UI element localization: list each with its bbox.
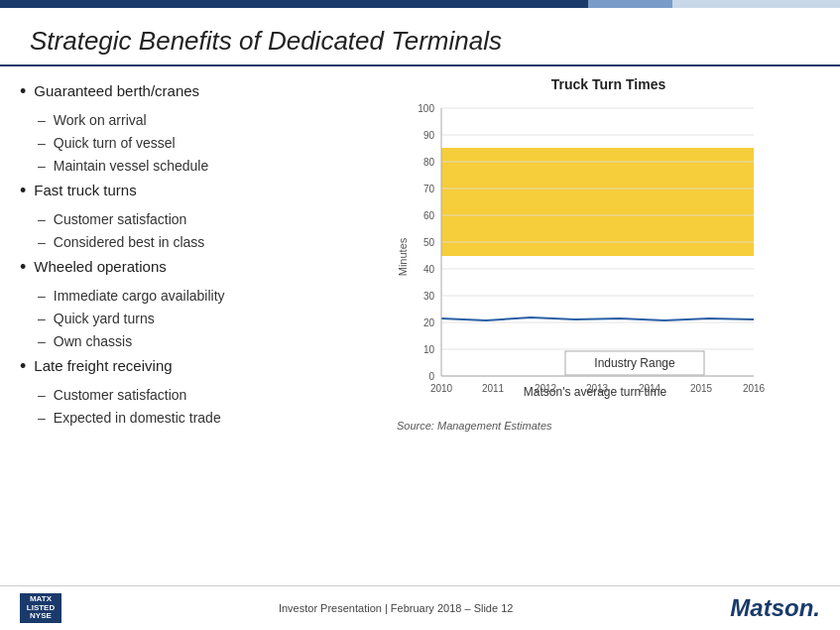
sub-list: –Customer satisfaction–Considered best i… [38,210,377,251]
bullet-dot: • [20,81,26,103]
sub-item: –Work on arrival [38,111,377,129]
bullet-dot: • [20,356,26,378]
bullet-label: Fast truck turns [34,181,136,200]
svg-text:10: 10 [423,344,435,355]
sub-text: Immediate cargo availability [54,287,225,305]
chart-svg: Industry Range Matson's average turn tim… [397,98,774,416]
bullet-item: •Wheeled operations–Immediate cargo avai… [20,257,377,350]
footer-logo-matson: Matson. [730,594,820,622]
y-axis-label: Minutes [397,237,409,276]
svg-text:20: 20 [423,317,435,328]
sub-dash: – [38,287,46,305]
svg-text:2011: 2011 [482,383,505,394]
bullet-label: Wheeled operations [34,257,166,277]
bullet-item: •Late freight receiving–Customer satisfa… [20,356,377,427]
sub-dash: – [38,111,46,129]
bullet-main-row: •Wheeled operations [20,257,377,279]
sub-item: –Maintain vessel schedule [38,157,377,175]
sub-item: –Expected in domestic trade [38,409,377,427]
svg-text:40: 40 [423,264,435,275]
top-bar [0,0,840,8]
sub-dash: – [38,310,46,327]
bullet-list: •Guaranteed berth/cranes–Work on arrival… [20,76,377,433]
bullet-item: •Guaranteed berth/cranes–Work on arrival… [20,81,377,175]
svg-text:2010: 2010 [430,383,453,394]
svg-text:2014: 2014 [639,383,661,394]
footer-logo-left: MATXLISTEDNYSE [20,593,61,623]
bullet-item: •Fast truck turns–Customer satisfaction–… [20,181,377,251]
title-section: Strategic Benefits of Dedicated Terminal… [0,8,840,66]
svg-text:0: 0 [428,371,434,382]
sub-text: Customer satisfaction [54,210,187,228]
matx-badge: MATXLISTEDNYSE [20,593,61,623]
bullet-dot: • [20,181,26,202]
svg-text:80: 80 [423,157,435,168]
bullet-main-row: •Fast truck turns [20,181,377,202]
chart-title: Truck Turn Times [397,76,820,92]
sub-item: –Immediate cargo availability [38,287,377,305]
svg-text:50: 50 [423,237,435,248]
sub-text: Quick yard turns [54,310,155,327]
industry-range-label-text: Industry Range [594,356,675,370]
svg-text:2015: 2015 [690,383,713,394]
sub-dash: – [38,332,46,350]
sub-text: Maintain vessel schedule [54,157,208,175]
footer: MATXLISTEDNYSE Investor Presentation | F… [0,585,840,630]
sub-dash: – [38,210,46,228]
sub-text: Considered best in class [54,233,205,251]
footer-center-text: Investor Presentation | February 2018 – … [279,602,513,614]
matson-line [441,317,754,320]
svg-text:2012: 2012 [535,383,557,394]
svg-text:70: 70 [423,184,435,194]
svg-text:90: 90 [423,130,435,141]
sub-item: –Quick yard turns [38,310,377,327]
industry-range-band [441,148,754,256]
sub-item: –Customer satisfaction [38,210,377,228]
main-content: •Guaranteed berth/cranes–Work on arrival… [0,66,840,442]
sub-item: –Customer satisfaction [38,386,377,404]
svg-text:60: 60 [423,210,435,221]
svg-text:2013: 2013 [586,383,609,394]
svg-text:30: 30 [423,291,435,302]
sub-list: –Immediate cargo availability–Quick yard… [38,287,377,351]
sub-list: –Work on arrival–Quick turn of vessel–Ma… [38,111,377,176]
sub-dash: – [38,386,46,404]
sub-text: Own chassis [54,332,132,350]
badge-text: MATXLISTEDNYSE [27,595,55,621]
sub-item: –Quick turn of vessel [38,134,377,152]
sub-dash: – [38,134,46,152]
sub-dash: – [38,233,46,251]
sub-dash: – [38,157,46,175]
bullet-main-row: •Late freight receiving [20,356,377,378]
sub-dash: – [38,409,46,427]
sub-text: Expected in domestic trade [54,409,221,427]
sub-item: –Considered best in class [38,233,377,251]
svg-text:2016: 2016 [743,383,766,394]
chart-area: Truck Turn Times Industry Range [397,76,820,433]
sub-text: Quick turn of vessel [54,134,176,152]
chart-container: Industry Range Matson's average turn tim… [397,98,774,416]
chart-source: Source: Management Estimates [397,420,820,432]
sub-text: Work on arrival [54,111,147,129]
sub-list: –Customer satisfaction–Expected in domes… [38,386,377,427]
svg-text:100: 100 [418,103,434,114]
bullet-dot: • [20,257,26,279]
bullet-label: Late freight receiving [34,356,172,376]
sub-text: Customer satisfaction [54,386,187,404]
page-title: Strategic Benefits of Dedicated Terminal… [30,26,810,57]
bullet-main-row: •Guaranteed berth/cranes [20,81,377,103]
bullet-label: Guaranteed berth/cranes [34,81,199,101]
sub-item: –Own chassis [38,332,377,350]
